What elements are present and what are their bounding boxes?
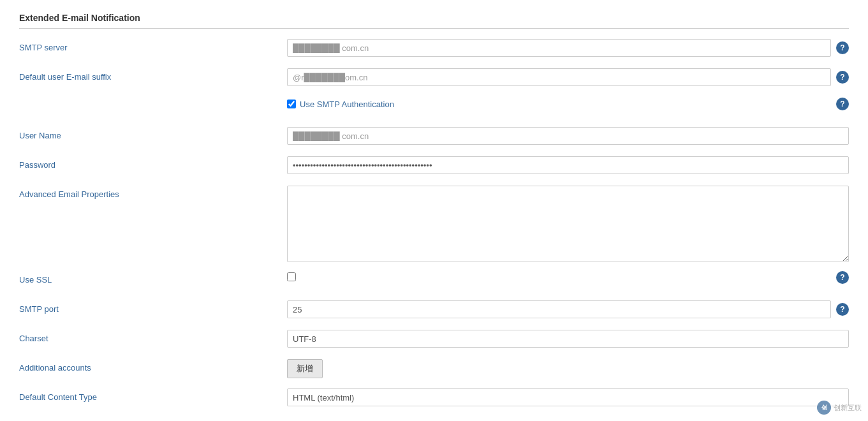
- smtp-port-input[interactable]: [287, 300, 831, 318]
- email-suffix-help-icon[interactable]: ?: [836, 71, 849, 84]
- smtp-auth-checkbox-label[interactable]: Use SMTP Authentication: [287, 100, 831, 109]
- smtp-port-label: SMTP port: [19, 300, 287, 314]
- advanced-email-control: [287, 186, 849, 262]
- username-row: User Name: [19, 127, 849, 147]
- use-ssl-help-icon[interactable]: ?: [836, 271, 849, 284]
- advanced-email-textarea[interactable]: [287, 186, 849, 262]
- content-type-row: Default Content Type: [19, 388, 849, 409]
- smtp-auth-label-empty: [19, 98, 287, 101]
- username-input[interactable]: [287, 127, 849, 145]
- smtp-server-input[interactable]: [287, 39, 831, 57]
- password-input[interactable]: [287, 156, 849, 174]
- smtp-server-help-icon[interactable]: ?: [836, 41, 849, 54]
- watermark-text: 创新互联: [834, 403, 862, 413]
- add-account-button[interactable]: 新增: [287, 359, 323, 378]
- use-ssl-label: Use SSL: [19, 271, 287, 284]
- advanced-email-row: Advanced Email Properties: [19, 186, 849, 262]
- charset-row: Charset: [19, 330, 849, 350]
- email-suffix-row: Default user E-mail suffix ?: [19, 68, 849, 89]
- username-control: [287, 127, 849, 145]
- smtp-server-row: SMTP server ?: [19, 39, 849, 59]
- watermark-icon: 创: [817, 401, 831, 415]
- charset-label: Charset: [19, 330, 287, 343]
- charset-input[interactable]: [287, 330, 849, 348]
- use-ssl-checkbox[interactable]: [287, 272, 296, 281]
- password-control: [287, 156, 849, 174]
- advanced-email-label: Advanced Email Properties: [19, 186, 287, 199]
- watermark: 创 创新互联: [817, 401, 862, 415]
- additional-accounts-row: Additional accounts 新增: [19, 359, 849, 380]
- smtp-auth-row: Use SMTP Authentication ?: [19, 98, 849, 118]
- smtp-server-label: SMTP server: [19, 39, 287, 52]
- email-suffix-input[interactable]: [287, 68, 831, 86]
- content-type-input[interactable]: [287, 388, 849, 406]
- charset-control: [287, 330, 849, 348]
- additional-accounts-label: Additional accounts: [19, 359, 287, 373]
- password-label: Password: [19, 156, 287, 170]
- smtp-auth-checkbox[interactable]: [287, 100, 296, 108]
- email-suffix-control: ?: [287, 68, 849, 86]
- smtp-auth-control: Use SMTP Authentication ?: [287, 98, 849, 110]
- smtp-auth-text: Use SMTP Authentication: [300, 100, 394, 109]
- content-type-control: [287, 388, 849, 406]
- smtp-port-row: SMTP port ?: [19, 300, 849, 321]
- use-ssl-control: ?: [287, 271, 849, 284]
- username-label: User Name: [19, 127, 287, 140]
- smtp-port-help-icon[interactable]: ?: [836, 303, 849, 316]
- use-ssl-row: Use SSL ?: [19, 271, 849, 292]
- smtp-server-control: ?: [287, 39, 849, 57]
- email-suffix-label: Default user E-mail suffix: [19, 68, 287, 82]
- additional-accounts-control: 新增: [287, 359, 849, 378]
- content-type-label: Default Content Type: [19, 388, 287, 402]
- section-title: Extended E-mail Notification: [19, 13, 849, 29]
- smtp-auth-help-icon[interactable]: ?: [836, 98, 849, 110]
- password-row: Password: [19, 156, 849, 177]
- smtp-port-control: ?: [287, 300, 849, 318]
